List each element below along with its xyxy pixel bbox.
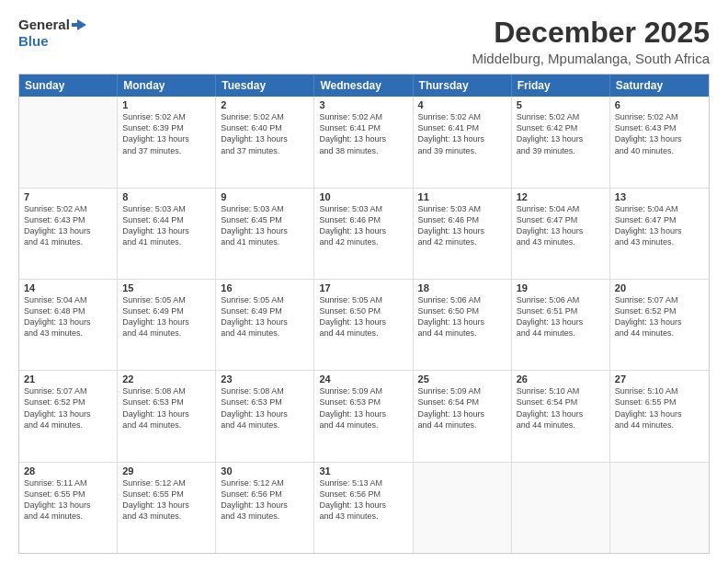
logo: General Blue: [18, 17, 88, 49]
day-number-25: 25: [418, 373, 506, 385]
empty-cell-4-5: [512, 463, 610, 553]
day-info-2: Sunrise: 5:02 AM Sunset: 6:40 PM Dayligh…: [221, 111, 309, 156]
day-4: 4Sunrise: 5:02 AM Sunset: 6:41 PM Daylig…: [414, 97, 512, 187]
day-26: 26Sunrise: 5:10 AM Sunset: 6:54 PM Dayli…: [512, 371, 610, 461]
logo-general-text: General: [18, 17, 70, 32]
day-info-26: Sunrise: 5:10 AM Sunset: 6:54 PM Dayligh…: [517, 385, 605, 431]
day-info-19: Sunrise: 5:06 AM Sunset: 6:51 PM Dayligh…: [517, 294, 605, 339]
day-number-14: 14: [24, 282, 112, 293]
day-info-10: Sunrise: 5:03 AM Sunset: 6:46 PM Dayligh…: [319, 203, 407, 248]
day-number-11: 11: [418, 191, 506, 202]
day-info-7: Sunrise: 5:02 AM Sunset: 6:43 PM Dayligh…: [24, 203, 112, 248]
day-info-30: Sunrise: 5:12 AM Sunset: 6:56 PM Dayligh…: [221, 477, 309, 523]
day-6: 6Sunrise: 5:02 AM Sunset: 6:43 PM Daylig…: [610, 97, 709, 187]
main-title: December 2025: [472, 17, 710, 49]
calendar-header: Sunday Monday Tuesday Wednesday Thursday…: [19, 75, 709, 97]
day-info-29: Sunrise: 5:12 AM Sunset: 6:55 PM Dayligh…: [122, 477, 210, 523]
logo-arrow-icon: [72, 17, 88, 33]
day-number-28: 28: [24, 465, 112, 477]
day-number-5: 5: [517, 99, 605, 110]
day-info-22: Sunrise: 5:08 AM Sunset: 6:53 PM Dayligh…: [122, 385, 210, 431]
day-info-11: Sunrise: 5:03 AM Sunset: 6:46 PM Dayligh…: [418, 203, 506, 248]
day-1: 1Sunrise: 5:02 AM Sunset: 6:39 PM Daylig…: [118, 97, 216, 187]
day-29: 29Sunrise: 5:12 AM Sunset: 6:55 PM Dayli…: [118, 463, 216, 553]
day-info-1: Sunrise: 5:02 AM Sunset: 6:39 PM Dayligh…: [122, 111, 210, 156]
day-info-27: Sunrise: 5:10 AM Sunset: 6:55 PM Dayligh…: [615, 385, 704, 431]
week-row-1: 1Sunrise: 5:02 AM Sunset: 6:39 PM Daylig…: [19, 97, 709, 188]
header-tuesday: Tuesday: [216, 75, 314, 97]
calendar: Sunday Monday Tuesday Wednesday Thursday…: [18, 74, 710, 554]
day-13: 13Sunrise: 5:04 AM Sunset: 6:47 PM Dayli…: [610, 189, 709, 279]
day-number-27: 27: [615, 373, 704, 385]
day-9: 9Sunrise: 5:03 AM Sunset: 6:45 PM Daylig…: [216, 189, 314, 279]
day-info-20: Sunrise: 5:07 AM Sunset: 6:52 PM Dayligh…: [615, 294, 704, 339]
day-info-28: Sunrise: 5:11 AM Sunset: 6:55 PM Dayligh…: [24, 477, 112, 523]
day-12: 12Sunrise: 5:04 AM Sunset: 6:47 PM Dayli…: [512, 189, 610, 279]
subtitle: Middelburg, Mpumalanga, South Africa: [472, 51, 710, 66]
day-info-9: Sunrise: 5:03 AM Sunset: 6:45 PM Dayligh…: [221, 203, 309, 248]
day-number-3: 3: [319, 99, 407, 110]
header-sunday: Sunday: [19, 75, 118, 97]
title-block: December 2025 Middelburg, Mpumalanga, So…: [472, 17, 710, 66]
day-21: 21Sunrise: 5:07 AM Sunset: 6:52 PM Dayli…: [19, 371, 118, 461]
day-number-20: 20: [615, 282, 704, 293]
day-31: 31Sunrise: 5:13 AM Sunset: 6:56 PM Dayli…: [314, 463, 413, 553]
day-30: 30Sunrise: 5:12 AM Sunset: 6:56 PM Dayli…: [216, 463, 314, 553]
day-info-18: Sunrise: 5:06 AM Sunset: 6:50 PM Dayligh…: [418, 294, 506, 339]
header-wednesday: Wednesday: [314, 75, 413, 97]
day-number-18: 18: [418, 282, 506, 293]
logo-blue-text: Blue: [18, 33, 49, 49]
day-info-13: Sunrise: 5:04 AM Sunset: 6:47 PM Dayligh…: [615, 203, 704, 248]
day-info-8: Sunrise: 5:03 AM Sunset: 6:44 PM Dayligh…: [122, 203, 210, 248]
day-28: 28Sunrise: 5:11 AM Sunset: 6:55 PM Dayli…: [19, 463, 118, 553]
day-16: 16Sunrise: 5:05 AM Sunset: 6:49 PM Dayli…: [216, 280, 314, 370]
calendar-body: 1Sunrise: 5:02 AM Sunset: 6:39 PM Daylig…: [19, 97, 709, 553]
empty-cell-0-0: [19, 97, 118, 187]
day-23: 23Sunrise: 5:08 AM Sunset: 6:53 PM Dayli…: [216, 371, 314, 461]
day-15: 15Sunrise: 5:05 AM Sunset: 6:49 PM Dayli…: [118, 280, 216, 370]
day-number-2: 2: [221, 99, 309, 110]
day-11: 11Sunrise: 5:03 AM Sunset: 6:46 PM Dayli…: [414, 189, 512, 279]
day-info-15: Sunrise: 5:05 AM Sunset: 6:49 PM Dayligh…: [122, 294, 210, 339]
header: General Blue December 2025 Middelburg, M…: [18, 17, 710, 66]
day-7: 7Sunrise: 5:02 AM Sunset: 6:43 PM Daylig…: [19, 189, 118, 279]
page: General Blue December 2025 Middelburg, M…: [0, 0, 728, 563]
day-8: 8Sunrise: 5:03 AM Sunset: 6:44 PM Daylig…: [118, 189, 216, 279]
day-3: 3Sunrise: 5:02 AM Sunset: 6:41 PM Daylig…: [314, 97, 413, 187]
day-10: 10Sunrise: 5:03 AM Sunset: 6:46 PM Dayli…: [314, 189, 413, 279]
day-info-23: Sunrise: 5:08 AM Sunset: 6:53 PM Dayligh…: [221, 385, 309, 431]
svg-marker-0: [72, 19, 86, 30]
day-number-16: 16: [221, 282, 309, 293]
day-info-16: Sunrise: 5:05 AM Sunset: 6:49 PM Dayligh…: [221, 294, 309, 339]
day-number-19: 19: [517, 282, 605, 293]
week-row-2: 7Sunrise: 5:02 AM Sunset: 6:43 PM Daylig…: [19, 189, 709, 280]
day-number-31: 31: [319, 465, 407, 477]
day-number-6: 6: [615, 99, 704, 110]
day-number-17: 17: [319, 282, 407, 293]
day-24: 24Sunrise: 5:09 AM Sunset: 6:53 PM Dayli…: [314, 371, 413, 461]
day-info-5: Sunrise: 5:02 AM Sunset: 6:42 PM Dayligh…: [517, 111, 605, 156]
day-number-12: 12: [517, 191, 605, 202]
day-number-26: 26: [517, 373, 605, 385]
day-info-14: Sunrise: 5:04 AM Sunset: 6:48 PM Dayligh…: [24, 294, 112, 339]
day-18: 18Sunrise: 5:06 AM Sunset: 6:50 PM Dayli…: [414, 280, 512, 370]
header-saturday: Saturday: [610, 75, 709, 97]
day-14: 14Sunrise: 5:04 AM Sunset: 6:48 PM Dayli…: [19, 280, 118, 370]
day-19: 19Sunrise: 5:06 AM Sunset: 6:51 PM Dayli…: [512, 280, 610, 370]
day-25: 25Sunrise: 5:09 AM Sunset: 6:54 PM Dayli…: [414, 371, 512, 461]
day-info-21: Sunrise: 5:07 AM Sunset: 6:52 PM Dayligh…: [24, 385, 112, 431]
day-info-4: Sunrise: 5:02 AM Sunset: 6:41 PM Dayligh…: [418, 111, 506, 156]
day-20: 20Sunrise: 5:07 AM Sunset: 6:52 PM Dayli…: [610, 280, 709, 370]
header-friday: Friday: [512, 75, 610, 97]
header-thursday: Thursday: [414, 75, 512, 97]
day-number-30: 30: [221, 465, 309, 477]
day-number-15: 15: [122, 282, 210, 293]
day-5: 5Sunrise: 5:02 AM Sunset: 6:42 PM Daylig…: [512, 97, 610, 187]
empty-cell-4-4: [414, 463, 512, 553]
day-info-25: Sunrise: 5:09 AM Sunset: 6:54 PM Dayligh…: [418, 385, 506, 431]
day-number-9: 9: [221, 191, 309, 202]
day-17: 17Sunrise: 5:05 AM Sunset: 6:50 PM Dayli…: [314, 280, 413, 370]
day-number-22: 22: [122, 373, 210, 385]
day-number-29: 29: [122, 465, 210, 477]
day-number-8: 8: [122, 191, 210, 202]
